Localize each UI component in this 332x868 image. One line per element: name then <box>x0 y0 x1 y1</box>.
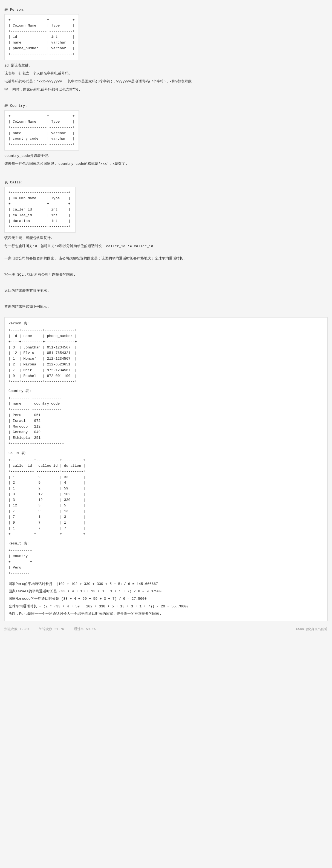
example-result-title: Result 表: <box>8 540 324 547</box>
person-section-title: 表 Person: <box>4 7 328 12</box>
example-result-table: +---------+ | country | +---------+ | Pe… <box>8 548 324 577</box>
person-desc-2: 该表每一行包含一个人的名字和电话号码. <box>4 70 328 76</box>
watermark: CSDN @化身孤岛的鲸 <box>296 627 328 631</box>
calls-section-title: 表 Calls: <box>4 180 328 185</box>
calls-table-box: +-----------------+---------+ | Column N… <box>4 187 76 233</box>
country-desc-1: country_code是该表主键. <box>4 153 328 159</box>
pass-rate: 通过率 59.1% <box>74 627 95 631</box>
example-calls-table: +-----------+-----------+----------+ | c… <box>8 457 324 537</box>
person-table-box: +-----------------+-----------+ | Column… <box>4 14 79 60</box>
expl-line-4: 全球平均通话时长 = (2 * (33 + 4 + 59 + 102 + 330… <box>8 603 324 610</box>
view-count: 浏览次数 12.8K <box>4 627 29 631</box>
problem-description: 一家电信公司想要投资新的国家. 该公司想要投资的国家是：该国的平均通话时长要严格… <box>4 255 328 310</box>
footer-stats: 浏览次数 12.8K 评论次数 21.7K 通过率 59.1% <box>4 627 96 631</box>
prob-desc-2: 写一段 SQL，找到所有公司可以投资的国家. <box>4 272 328 278</box>
prob-desc-4: 查询的结果格式如下例所示. <box>4 304 328 310</box>
calls-description: 该表无主键，可能包含重复行. 每一行包含呼叫方id，被呼叫方id和以分钟为单位的… <box>4 235 328 249</box>
calls-desc-1: 该表无主键，可能包含重复行. <box>4 235 328 241</box>
page-footer: 浏览次数 12.8K 评论次数 21.7K 通过率 59.1% CSDN @化身… <box>4 627 328 631</box>
prob-desc-spacer <box>4 263 328 270</box>
calls-desc-2: 每一行包含呼叫方id，被呼叫方id和以分钟为单位的通话时长. caller_id… <box>4 243 328 249</box>
country-desc-2: 该表每一行包含国家名和国家码. country_code的格式是'xxx'，x是… <box>4 161 328 167</box>
comment-count: 评论次数 21.7K <box>39 627 64 631</box>
example-box: Person 表: +----+----------+-------------… <box>4 317 328 621</box>
example-person-table: +----+----------+--------------+ | id | … <box>8 328 324 384</box>
country-section-title: 表 Country: <box>4 103 328 108</box>
person-table: +-----------------+-----------+ | Column… <box>8 17 75 57</box>
person-desc-1: id 是该表主键. <box>4 62 328 69</box>
expl-line-1: 国家Peru的平均通话时长是 （102 + 102 + 330 + 330 + … <box>8 581 324 587</box>
country-description: country_code是该表主键. 该表每一行包含国家名和国家码. count… <box>4 153 328 167</box>
expl-line-2: 国家Israel的平均通话时长是 (33 + 4 + 13 + 13 + 3 +… <box>8 588 324 594</box>
example-country-table: +---------+--------------+ | name | coun… <box>8 396 324 447</box>
country-table-box: +-----------------+-----------+ | Column… <box>4 110 79 151</box>
prob-desc-spacer3 <box>4 296 328 302</box>
person-desc-3: 电话号码的格式是：'xxx-yyyyyyy'，其中xxx是国家码(3个字符)，y… <box>4 78 328 85</box>
example-country-title: Country 表: <box>8 388 324 394</box>
person-description: id 是该表主键. 该表每一行包含一个人的名字和电话号码. 电话号码的格式是：'… <box>4 62 328 93</box>
country-table: +-----------------+-----------+ | Column… <box>8 113 75 148</box>
example-person-title: Person 表: <box>8 320 324 327</box>
prob-desc-1: 一家电信公司想要投资新的国家. 该公司想要投资的国家是：该国的平均通话时长要严格… <box>4 255 328 262</box>
expl-line-5: 所以，Peru是唯一一个平均通话时长大于全球平均通话时长的国家，也是唯一的推荐投… <box>8 611 324 617</box>
person-desc-4: 字. 同时，国家码和电话号码都可以包含前导0. <box>4 87 328 93</box>
prob-desc-spacer2 <box>4 279 328 286</box>
example-calls-title: Calls 表: <box>8 450 324 456</box>
expl-line-3: 国家Morocco的平均通话时长是 (33 + 4 + 59 + 59 + 3 … <box>8 596 324 602</box>
calls-table: +-----------------+---------+ | Column N… <box>8 190 71 230</box>
prob-desc-3: 返回的结果表没有顺序要求. <box>4 288 328 294</box>
